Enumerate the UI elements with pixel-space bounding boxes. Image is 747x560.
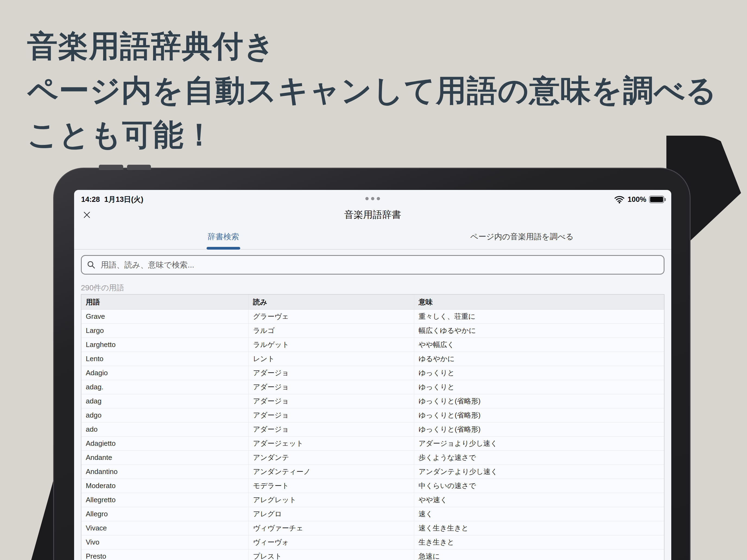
table-row: Vivace ヴィヴァーチェ 速く生き生きと <box>81 521 664 535</box>
reading-cell: アダージョ <box>248 366 414 380</box>
reading-cell: アダージョ <box>248 394 414 408</box>
term-link[interactable]: Largo <box>81 324 248 338</box>
volume-down-button <box>127 165 151 170</box>
term-link[interactable]: Lento <box>81 352 248 366</box>
term-link[interactable]: adgo <box>81 408 248 422</box>
term-link[interactable]: Larghetto <box>81 338 248 352</box>
meaning-cell: ゆるやかに <box>414 352 665 366</box>
col-header-meaning: 意味 <box>414 294 665 310</box>
table-row: adag アダージョ ゆっくりと(省略形) <box>81 394 664 408</box>
table-row: Allegretto アレグレット やや速く <box>81 493 664 507</box>
headline-line-1: 音楽用語辞典付き <box>27 24 717 69</box>
reading-cell: ヴィーヴォ <box>248 535 414 550</box>
table-body: Grave グラーヴェ 重々しく、荘重に Largo ラルゴ 幅広くゆるやかに … <box>81 310 664 560</box>
search-icon <box>86 260 96 269</box>
meaning-cell: ゆっくりと(省略形) <box>414 408 665 422</box>
term-link[interactable]: adag. <box>81 380 248 394</box>
col-header-reading: 読み <box>248 294 414 310</box>
table-row: adag. アダージョ ゆっくりと <box>81 380 664 394</box>
term-link[interactable]: Presto <box>81 550 248 560</box>
app-header: 音楽用語辞書 <box>74 207 671 222</box>
meaning-cell: 幅広くゆるやかに <box>414 324 665 338</box>
search-box[interactable] <box>81 255 665 274</box>
wifi-icon <box>614 195 625 204</box>
reading-cell: グラーヴェ <box>248 310 414 324</box>
tab-scan-page-terms[interactable]: ページ内の音楽用語を調べる <box>373 226 671 249</box>
term-link[interactable]: Adagietto <box>81 436 248 451</box>
table-row: Moderato モデラート 中くらいの速さで <box>81 479 664 493</box>
table-row: ado アダージョ ゆっくりと(省略形) <box>81 422 664 436</box>
reading-cell: モデラート <box>248 479 414 493</box>
table-row: Presto プレスト 急速に <box>81 550 664 560</box>
reading-cell: プレスト <box>248 550 414 560</box>
search-input[interactable] <box>100 260 659 270</box>
term-link[interactable]: Moderato <box>81 479 248 493</box>
meaning-cell: アンダンテより少し速く <box>414 465 665 479</box>
battery-icon <box>649 196 664 203</box>
headline-line-3: ことも可能！ <box>27 113 717 157</box>
active-tab-indicator <box>207 247 240 249</box>
table-row: Adagietto アダージェット アダージョより少し速く <box>81 436 664 451</box>
term-link[interactable]: Andantino <box>81 465 248 479</box>
reading-cell: アダージェット <box>248 436 414 451</box>
dictionary-table: 用語 読み 意味 Grave グラーヴェ 重々しく、荘重に Largo ラルゴ … <box>81 294 665 560</box>
term-link[interactable]: Allegro <box>81 507 248 521</box>
meaning-cell: 生き生きと <box>414 535 665 550</box>
meaning-cell: やや幅広く <box>414 338 665 352</box>
headline: 音楽用語辞典付き ページ内を自動スキャンして用語の意味を調べる ことも可能！ <box>27 24 717 157</box>
status-date: 1月13日(火) <box>104 194 143 204</box>
table-row: adgo アダージョ ゆっくりと(省略形) <box>81 408 664 422</box>
ipad-frame: 14:28 1月13日(火) 100% <box>53 168 691 560</box>
result-count: 290件の用語 <box>81 283 665 291</box>
tab-label: 辞書検索 <box>208 232 239 242</box>
reading-cell: ヴィヴァーチェ <box>248 521 414 535</box>
reading-cell: アダージョ <box>248 380 414 394</box>
screen: 14:28 1月13日(火) 100% <box>74 190 671 560</box>
status-left: 14:28 1月13日(火) <box>81 194 143 204</box>
table-row: Adagio アダージョ ゆっくりと <box>81 366 664 380</box>
reading-cell: ラルゲット <box>248 338 414 352</box>
meaning-cell: 速く生き生きと <box>414 521 665 535</box>
close-button[interactable] <box>82 209 94 221</box>
reading-cell: アンダンティーノ <box>248 465 414 479</box>
reading-cell: アンダンテ <box>248 451 414 465</box>
meaning-cell: やや速く <box>414 493 665 507</box>
meaning-cell: 中くらいの速さで <box>414 479 665 493</box>
status-time: 14:28 <box>81 195 100 204</box>
term-link[interactable]: Adagio <box>81 366 248 380</box>
table-row: Andantino アンダンティーノ アンダンテより少し速く <box>81 465 664 479</box>
table-row: Lento レント ゆるやかに <box>81 352 664 366</box>
reading-cell: アレグレット <box>248 493 414 507</box>
content: 290件の用語 用語 読み 意味 Grave グラーヴェ 重々しく、荘重に La… <box>74 255 671 560</box>
meaning-cell: 急速に <box>414 550 665 560</box>
tab-label: ページ内の音楽用語を調べる <box>470 232 573 242</box>
reading-cell: アダージョ <box>248 408 414 422</box>
table-row: Grave グラーヴェ 重々しく、荘重に <box>81 310 664 324</box>
meaning-cell: 速く <box>414 507 665 521</box>
term-link[interactable]: Allegretto <box>81 493 248 507</box>
table-header-row: 用語 読み 意味 <box>81 294 664 310</box>
term-link[interactable]: Grave <box>81 310 248 324</box>
battery-percent: 100% <box>627 195 646 204</box>
reading-cell: レント <box>248 352 414 366</box>
term-link[interactable]: Vivace <box>81 521 248 535</box>
table-row: Largo ラルゴ 幅広くゆるやかに <box>81 324 664 338</box>
table-row: Vivo ヴィーヴォ 生き生きと <box>81 535 664 550</box>
close-icon <box>82 210 92 219</box>
multitask-dots-icon <box>365 197 380 200</box>
term-link[interactable]: Andante <box>81 451 248 465</box>
meaning-cell: ゆっくりと(省略形) <box>414 394 665 408</box>
headline-line-2: ページ内を自動スキャンして用語の意味を調べる <box>27 69 717 113</box>
col-header-term: 用語 <box>81 294 248 310</box>
reading-cell: アレグロ <box>248 507 414 521</box>
meaning-cell: ゆっくりと <box>414 366 665 380</box>
meaning-cell: 歩くような速さで <box>414 451 665 465</box>
meaning-cell: アダージョより少し速く <box>414 436 665 451</box>
term-link[interactable]: ado <box>81 422 248 436</box>
status-right: 100% <box>614 195 664 204</box>
term-link[interactable]: Vivo <box>81 535 248 550</box>
term-link[interactable]: adag <box>81 394 248 408</box>
volume-up-button <box>99 165 123 170</box>
tab-dictionary-search[interactable]: 辞書検索 <box>74 226 373 249</box>
meaning-cell: 重々しく、荘重に <box>414 310 665 324</box>
